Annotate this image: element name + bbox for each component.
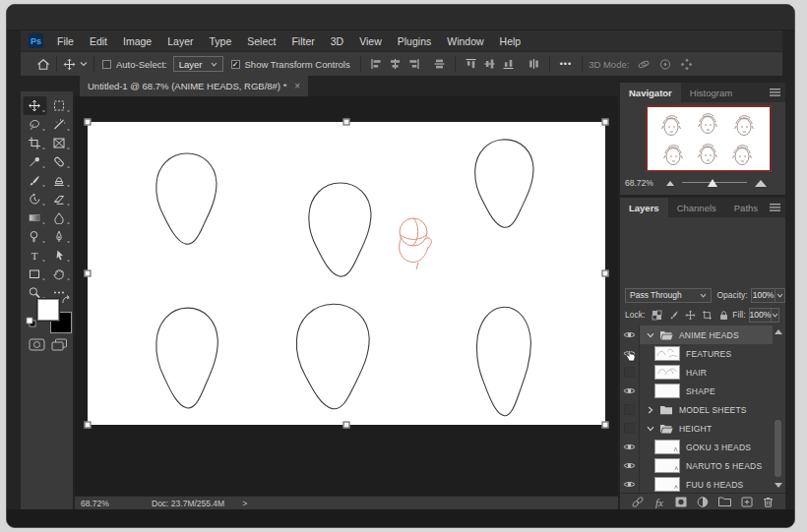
show-transform-checkbox[interactable]: ✓ bbox=[231, 60, 240, 69]
screen-mode-button[interactable] bbox=[51, 338, 68, 351]
tool-dodge[interactable] bbox=[23, 227, 46, 246]
link-layers-icon[interactable] bbox=[631, 496, 645, 508]
transform-handle-bottom-right[interactable] bbox=[602, 422, 609, 429]
zoom-in-icon[interactable] bbox=[755, 180, 767, 187]
layer-row-fuu-6-heads[interactable]: FUU 6 HEADS bbox=[620, 475, 785, 493]
home-icon[interactable] bbox=[36, 58, 50, 71]
scroll-down-icon[interactable] bbox=[775, 483, 782, 488]
add-layer-mask-icon[interactable] bbox=[674, 496, 688, 508]
menu-help[interactable]: Help bbox=[492, 30, 529, 52]
opacity-dropdown-icon[interactable] bbox=[776, 288, 785, 303]
menu-file[interactable]: File bbox=[49, 30, 82, 52]
layer-row-shape[interactable]: SHAPE bbox=[620, 382, 785, 400]
tool-healing-brush[interactable] bbox=[47, 152, 71, 171]
layer-row-features[interactable]: FEATURES bbox=[620, 344, 785, 363]
visibility-toggle[interactable] bbox=[620, 363, 640, 382]
align-left-edges-icon[interactable] bbox=[370, 58, 383, 70]
menu-image[interactable]: Image bbox=[115, 30, 159, 52]
menu-edit[interactable]: Edit bbox=[82, 30, 115, 52]
tab-histogram[interactable]: Histogram bbox=[681, 83, 741, 102]
document-tab[interactable]: Untitled-1 @ 68.7% (ANIME HEADS, RGB/8#)… bbox=[80, 76, 308, 96]
transform-handle-top-center[interactable] bbox=[343, 119, 350, 126]
layer-row-naruto-5-heads[interactable]: NARUTO 5 HEADS bbox=[620, 456, 785, 475]
3d-orbit-icon[interactable] bbox=[637, 58, 651, 71]
navigator-zoom-slider[interactable] bbox=[682, 178, 747, 188]
lock-artboard-icon[interactable] bbox=[702, 310, 713, 321]
tool-path-selection[interactable] bbox=[47, 246, 71, 265]
layer-row-height[interactable]: HEIGHT bbox=[620, 419, 785, 438]
visibility-toggle[interactable] bbox=[620, 344, 640, 363]
layer-thumbnail[interactable] bbox=[654, 384, 680, 398]
scrollbar-thumb[interactable] bbox=[775, 420, 781, 477]
lock-transparent-pixels-icon[interactable] bbox=[652, 310, 662, 321]
tool-magic-wand[interactable] bbox=[47, 115, 71, 134]
menu-filter[interactable]: Filter bbox=[283, 30, 322, 52]
tool-brush[interactable] bbox=[23, 171, 46, 190]
menu-type[interactable]: Type bbox=[201, 30, 239, 52]
tool-crop[interactable] bbox=[23, 134, 46, 152]
transform-handle-bottom-left[interactable] bbox=[85, 422, 92, 429]
distribute-horizontal-centers-icon[interactable] bbox=[433, 58, 446, 70]
new-layer-icon[interactable] bbox=[740, 496, 754, 508]
align-right-edges-icon[interactable] bbox=[407, 58, 420, 70]
tool-blur[interactable] bbox=[47, 208, 71, 227]
transform-handle-top-right[interactable] bbox=[602, 119, 609, 126]
transform-handle-middle-right[interactable] bbox=[602, 270, 609, 277]
menu-3d[interactable]: 3D bbox=[323, 30, 351, 52]
visibility-toggle[interactable] bbox=[620, 475, 640, 493]
swap-colors-icon[interactable] bbox=[61, 295, 71, 305]
menu-layer[interactable]: Layer bbox=[159, 30, 201, 52]
zoom-out-icon[interactable] bbox=[666, 181, 674, 186]
layer-effects-icon[interactable]: fx bbox=[652, 496, 666, 508]
tab-paths[interactable]: Paths bbox=[725, 198, 767, 217]
opacity-value-field[interactable]: 100% bbox=[751, 288, 776, 303]
lock-position-icon[interactable] bbox=[685, 310, 696, 321]
layer-row-goku-3-heads[interactable]: GOKU 3 HEADS bbox=[620, 438, 785, 456]
align-bottom-edges-icon[interactable] bbox=[502, 58, 515, 70]
scroll-up-icon[interactable] bbox=[775, 329, 782, 334]
tool-clone-stamp[interactable] bbox=[47, 171, 71, 190]
distribute-vertical-centers-icon[interactable] bbox=[528, 58, 540, 70]
visibility-toggle[interactable] bbox=[620, 382, 640, 400]
layer-row-model-sheets[interactable]: MODEL SHEETS bbox=[620, 400, 785, 419]
tool-pen[interactable] bbox=[47, 227, 71, 246]
layer-row-anime-heads[interactable]: ANIME HEADS bbox=[620, 325, 785, 344]
tool-rectangle-shape[interactable] bbox=[23, 265, 46, 283]
auto-select-target-dropdown[interactable]: Layer bbox=[173, 56, 223, 72]
move-tool-icon[interactable] bbox=[63, 58, 76, 71]
tool-frame[interactable] bbox=[47, 134, 71, 152]
navigator-preview[interactable] bbox=[646, 105, 772, 172]
menu-window[interactable]: Window bbox=[439, 30, 491, 52]
tool-history-brush[interactable] bbox=[23, 190, 46, 208]
blend-mode-dropdown[interactable]: Pass Through bbox=[625, 288, 712, 303]
lock-all-icon[interactable] bbox=[718, 310, 729, 321]
tool-gradient[interactable] bbox=[23, 208, 46, 227]
collapse-group-icon[interactable] bbox=[646, 332, 655, 338]
foreground-color-swatch[interactable] bbox=[37, 299, 59, 321]
status-chevron-icon[interactable]: > bbox=[242, 499, 247, 508]
visibility-toggle[interactable] bbox=[620, 400, 640, 419]
layer-thumbnail[interactable] bbox=[654, 440, 680, 454]
collapse-group-icon[interactable] bbox=[646, 426, 655, 432]
status-zoom-field[interactable]: 68.72% bbox=[81, 499, 124, 508]
tool-eyedropper[interactable] bbox=[23, 152, 46, 171]
transform-handle-bottom-center[interactable] bbox=[343, 422, 350, 429]
tool-type[interactable]: T bbox=[23, 246, 46, 265]
layer-thumbnail[interactable] bbox=[654, 346, 680, 361]
canvas[interactable] bbox=[88, 122, 605, 425]
align-horizontal-centers-icon[interactable] bbox=[389, 58, 402, 70]
tool-move[interactable] bbox=[23, 96, 46, 115]
panel-menu-icon[interactable] bbox=[770, 204, 780, 211]
layer-thumbnail[interactable] bbox=[654, 477, 680, 492]
more-options-button[interactable]: ••• bbox=[556, 59, 576, 69]
layer-row-hair[interactable]: HAIR bbox=[620, 363, 785, 382]
new-group-icon[interactable] bbox=[717, 496, 732, 507]
visibility-toggle[interactable] bbox=[620, 325, 640, 344]
layer-list-scrollbar[interactable] bbox=[773, 325, 784, 493]
layer-thumbnail[interactable] bbox=[654, 458, 680, 473]
3d-roll-icon[interactable] bbox=[658, 58, 672, 71]
tab-layers[interactable]: Layers bbox=[620, 198, 668, 217]
auto-select-checkbox[interactable] bbox=[102, 60, 111, 69]
menu-select[interactable]: Select bbox=[239, 30, 283, 52]
tab-channels[interactable]: Channels bbox=[668, 198, 725, 217]
